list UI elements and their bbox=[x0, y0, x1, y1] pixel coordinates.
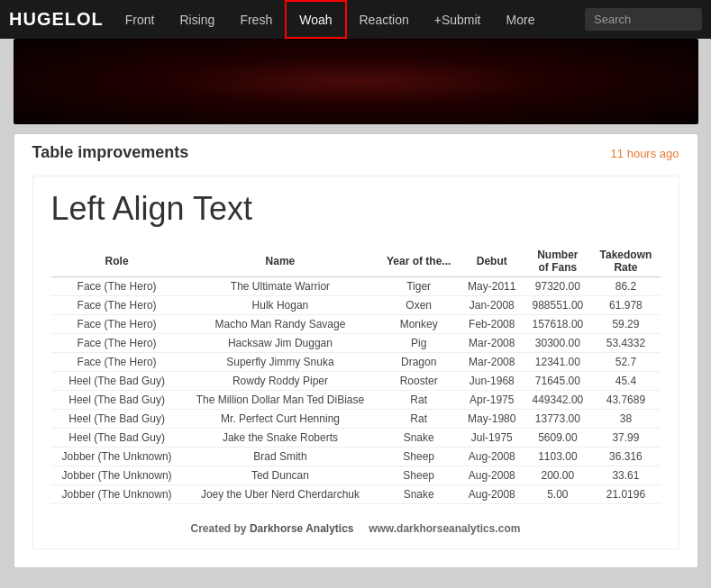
table-cell: May-1980 bbox=[460, 410, 524, 429]
table-cell: 1103.00 bbox=[524, 448, 591, 466]
col-header-fans: Numberof Fans bbox=[524, 246, 591, 277]
table-cell: 200.00 bbox=[524, 466, 591, 485]
table-cell: Snake bbox=[378, 429, 460, 448]
table-cell: Jun-1968 bbox=[460, 372, 524, 391]
page-content: Table improvements 11 hours ago Left Ali… bbox=[14, 39, 698, 586]
hero-image bbox=[14, 39, 698, 124]
table-cell: Joey the Uber Nerd Cherdarchuk bbox=[183, 485, 378, 504]
table-cell: 86.2 bbox=[591, 277, 660, 296]
nav-woah[interactable]: Woah bbox=[285, 0, 346, 39]
nav-submit[interactable]: +Submit bbox=[422, 0, 494, 39]
table-cell: Jake the Snake Roberts bbox=[183, 429, 378, 448]
table-cell: 71645.00 bbox=[524, 372, 591, 391]
table-cell: The Million Dollar Man Ted DiBiase bbox=[183, 391, 378, 410]
table-cell: Feb-2008 bbox=[460, 315, 524, 334]
table-row: Heel (The Bad Guy)The Million Dollar Man… bbox=[51, 391, 661, 410]
table-row: Heel (The Bad Guy)Mr. Perfect Curt Henni… bbox=[51, 410, 661, 429]
table-cell: Rowdy Roddy Piper bbox=[183, 372, 378, 391]
table-row: Face (The Hero)The Ultimate WarriorTiger… bbox=[51, 277, 661, 296]
nav-more[interactable]: More bbox=[494, 0, 548, 39]
table-cell: Face (The Hero) bbox=[51, 296, 183, 315]
nav-items: Front Rising Fresh Woah Reaction +Submit… bbox=[113, 0, 585, 39]
nav-fresh[interactable]: Fresh bbox=[227, 0, 285, 39]
post-header: Table improvements 11 hours ago bbox=[14, 134, 697, 167]
col-header-debut: Debut bbox=[460, 246, 524, 277]
table-cell: Jobber (The Unknown) bbox=[51, 485, 183, 504]
table-cell: 52.7 bbox=[591, 353, 660, 372]
table-cell: Brad Smith bbox=[183, 448, 378, 466]
col-header-name: Name bbox=[183, 246, 378, 277]
table-cell: 988551.00 bbox=[524, 296, 591, 315]
search-input[interactable] bbox=[585, 8, 702, 31]
table-cell: May-2011 bbox=[460, 277, 524, 296]
table-cell: Hulk Hogan bbox=[183, 296, 378, 315]
table-cell: 36.316 bbox=[591, 448, 660, 466]
table-cell: Apr-1975 bbox=[460, 391, 524, 410]
table-cell: Heel (The Bad Guy) bbox=[51, 372, 183, 391]
table-cell: 449342.00 bbox=[524, 391, 591, 410]
table-cell: 33.61 bbox=[591, 466, 660, 485]
table-cell: Face (The Hero) bbox=[51, 277, 183, 296]
table-row: Face (The Hero)Superfly Jimmy SnukaDrago… bbox=[51, 353, 661, 372]
table-cell: Hacksaw Jim Duggan bbox=[183, 334, 378, 353]
table-row: Face (The Hero)Hulk HoganOxenJan-2008988… bbox=[51, 296, 661, 315]
nav-rising[interactable]: Rising bbox=[167, 0, 227, 39]
table-cell: 13773.00 bbox=[524, 410, 591, 429]
nav-reaction[interactable]: Reaction bbox=[347, 0, 422, 39]
site-logo[interactable]: HUGELOL bbox=[9, 9, 104, 30]
table-cell: 5609.00 bbox=[524, 429, 591, 448]
table-cell: Tiger bbox=[378, 277, 460, 296]
table-cell: Macho Man Randy Savage bbox=[183, 315, 378, 334]
table-head: Role Name Year of the... Debut Numberof … bbox=[51, 246, 661, 277]
table-cell: Face (The Hero) bbox=[51, 353, 183, 372]
table-content: Left Align Text Role Name Year of the...… bbox=[32, 176, 679, 549]
table-cell: Rat bbox=[378, 391, 460, 410]
table-row: Face (The Hero)Macho Man Randy SavageMon… bbox=[51, 315, 661, 334]
post-time: 11 hours ago bbox=[611, 147, 679, 160]
table-cell: Heel (The Bad Guy) bbox=[51, 410, 183, 429]
table-row: Heel (The Bad Guy)Jake the Snake Roberts… bbox=[51, 429, 661, 448]
table-cell: 45.4 bbox=[591, 372, 660, 391]
table-cell: 53.4332 bbox=[591, 334, 660, 353]
hero-image-inner bbox=[14, 39, 698, 124]
table-cell: Sheep bbox=[378, 466, 460, 485]
table-header-row: Role Name Year of the... Debut Numberof … bbox=[51, 246, 661, 277]
table-cell: 59.29 bbox=[591, 315, 660, 334]
table-cell: 5.00 bbox=[524, 485, 591, 504]
content-heading: Left Align Text bbox=[51, 190, 661, 228]
table-cell: Monkey bbox=[378, 315, 460, 334]
footer-url: www.darkhorseanalytics.com bbox=[369, 522, 520, 535]
table-cell: Oxen bbox=[378, 296, 460, 315]
table-cell: 12341.00 bbox=[524, 353, 591, 372]
table-row: Heel (The Bad Guy)Rowdy Roddy PiperRoost… bbox=[51, 372, 661, 391]
table-cell: 157618.00 bbox=[524, 315, 591, 334]
table-cell: Mr. Perfect Curt Henning bbox=[183, 410, 378, 429]
table-footer: Created by Darkhorse Analytics www.darkh… bbox=[51, 522, 661, 535]
table-cell: Face (The Hero) bbox=[51, 315, 183, 334]
table-cell: 43.7689 bbox=[591, 391, 660, 410]
table-cell: Face (The Hero) bbox=[51, 334, 183, 353]
table-cell: Superfly Jimmy Snuka bbox=[183, 353, 378, 372]
table-row: Jobber (The Unknown)Brad SmithSheepAug-2… bbox=[51, 448, 661, 466]
table-cell: 38 bbox=[591, 410, 660, 429]
table-cell: Snake bbox=[378, 485, 460, 504]
table-cell: 30300.00 bbox=[524, 334, 591, 353]
table-row: Jobber (The Unknown)Ted DuncanSheepAug-2… bbox=[51, 466, 661, 485]
nav-front[interactable]: Front bbox=[113, 0, 168, 39]
table-cell: Dragon bbox=[378, 353, 460, 372]
table-row: Face (The Hero)Hacksaw Jim DugganPigMar-… bbox=[51, 334, 661, 353]
table-cell: Jobber (The Unknown) bbox=[51, 466, 183, 485]
table-body: Face (The Hero)The Ultimate WarriorTiger… bbox=[51, 277, 661, 504]
table-cell: 61.978 bbox=[591, 296, 660, 315]
table-cell: Ted Duncan bbox=[183, 466, 378, 485]
table-cell: Sheep bbox=[378, 448, 460, 466]
table-cell: Heel (The Bad Guy) bbox=[51, 391, 183, 410]
table-cell: Heel (The Bad Guy) bbox=[51, 429, 183, 448]
table-cell: 97320.00 bbox=[524, 277, 591, 296]
table-cell: Rat bbox=[378, 410, 460, 429]
table-cell: Mar-2008 bbox=[460, 334, 524, 353]
table-cell: Rooster bbox=[378, 372, 460, 391]
table-cell: Jan-2008 bbox=[460, 296, 524, 315]
data-table: Role Name Year of the... Debut Numberof … bbox=[51, 246, 661, 504]
table-cell: Jul-1975 bbox=[460, 429, 524, 448]
